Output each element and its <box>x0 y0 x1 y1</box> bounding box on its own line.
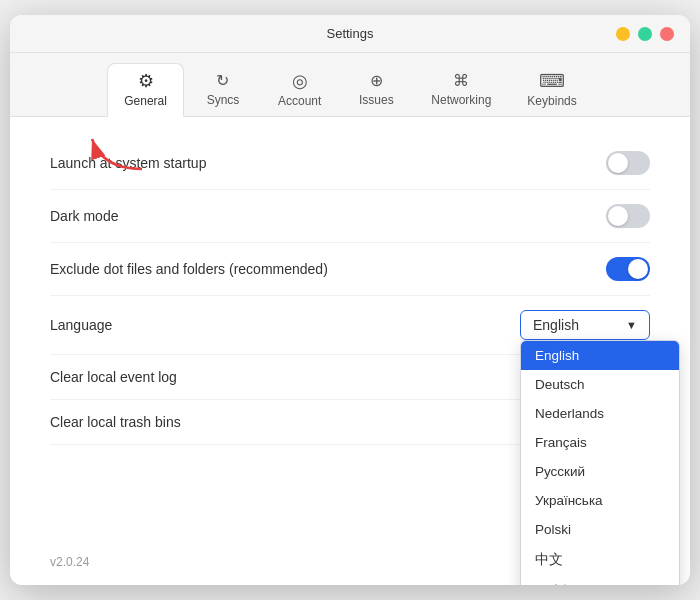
setting-label-language: Language <box>50 317 112 333</box>
setting-row-dotfiles: Exclude dot files and folders (recommend… <box>50 243 650 296</box>
settings-content: Launch at system startup Dark mode Exclu… <box>10 117 690 585</box>
lang-option-japanese[interactable]: 日本語 <box>521 576 679 585</box>
language-select-wrapper: English ▼ English Deutsch Nederlands Fra… <box>520 310 650 340</box>
tab-keybinds-label: Keybinds <box>527 94 576 108</box>
tab-networking[interactable]: ⌘ Networking <box>415 65 507 115</box>
settings-window: Settings − □ × ⚙ General ↻ Syncs ◎ Accou… <box>10 15 690 585</box>
lang-option-deutsch[interactable]: Deutsch <box>521 370 679 399</box>
tab-keybinds[interactable]: ⌨ Keybinds <box>511 64 592 116</box>
lang-option-chinese[interactable]: 中文 <box>521 544 679 576</box>
close-button[interactable]: × <box>660 27 674 41</box>
arrow-indicator <box>82 127 152 177</box>
networking-icon: ⌘ <box>453 73 469 89</box>
tab-syncs-label: Syncs <box>207 93 240 107</box>
tab-issues-label: Issues <box>359 93 394 107</box>
tab-general-label: General <box>124 94 167 108</box>
setting-row-language: Language English ▼ English Deutsch Neder… <box>50 296 650 355</box>
language-dropdown: English Deutsch Nederlands Français Русс… <box>520 340 680 585</box>
keybinds-icon: ⌨ <box>539 72 565 90</box>
lang-option-russian[interactable]: Русский <box>521 457 679 486</box>
account-icon: ◎ <box>292 72 308 90</box>
syncs-icon: ↻ <box>216 73 229 89</box>
dropdown-chevron-icon: ▼ <box>626 319 637 331</box>
window-controls: − □ × <box>616 27 674 41</box>
titlebar: Settings − □ × <box>10 15 690 53</box>
window-title: Settings <box>327 26 374 41</box>
lang-option-francais[interactable]: Français <box>521 428 679 457</box>
language-selected-value: English <box>533 317 579 333</box>
setting-label-clear-trash: Clear local trash bins <box>50 414 181 430</box>
tab-syncs[interactable]: ↻ Syncs <box>188 65 258 115</box>
general-icon: ⚙ <box>138 72 154 90</box>
lang-option-polski[interactable]: Polski <box>521 515 679 544</box>
lang-option-nederlands[interactable]: Nederlands <box>521 399 679 428</box>
tab-general[interactable]: ⚙ General <box>107 63 184 117</box>
toggle-startup[interactable] <box>606 151 650 175</box>
tab-account-label: Account <box>278 94 321 108</box>
language-select-button[interactable]: English ▼ <box>520 310 650 340</box>
maximize-button[interactable]: □ <box>638 27 652 41</box>
setting-label-dotfiles: Exclude dot files and folders (recommend… <box>50 261 328 277</box>
setting-row-darkmode: Dark mode <box>50 190 650 243</box>
tab-account[interactable]: ◎ Account <box>262 64 337 116</box>
lang-option-ukrainian[interactable]: Українська <box>521 486 679 515</box>
lang-option-english[interactable]: English <box>521 341 679 370</box>
issues-icon: ⊕ <box>370 73 383 89</box>
tabs-bar: ⚙ General ↻ Syncs ◎ Account ⊕ Issues ⌘ N… <box>10 53 690 117</box>
setting-label-darkmode: Dark mode <box>50 208 118 224</box>
tab-issues[interactable]: ⊕ Issues <box>341 65 411 115</box>
toggle-darkmode[interactable] <box>606 204 650 228</box>
version-label: v2.0.24 <box>50 555 89 569</box>
toggle-dotfiles[interactable] <box>606 257 650 281</box>
tab-networking-label: Networking <box>431 93 491 107</box>
setting-label-clear-events: Clear local event log <box>50 369 177 385</box>
minimize-button[interactable]: − <box>616 27 630 41</box>
